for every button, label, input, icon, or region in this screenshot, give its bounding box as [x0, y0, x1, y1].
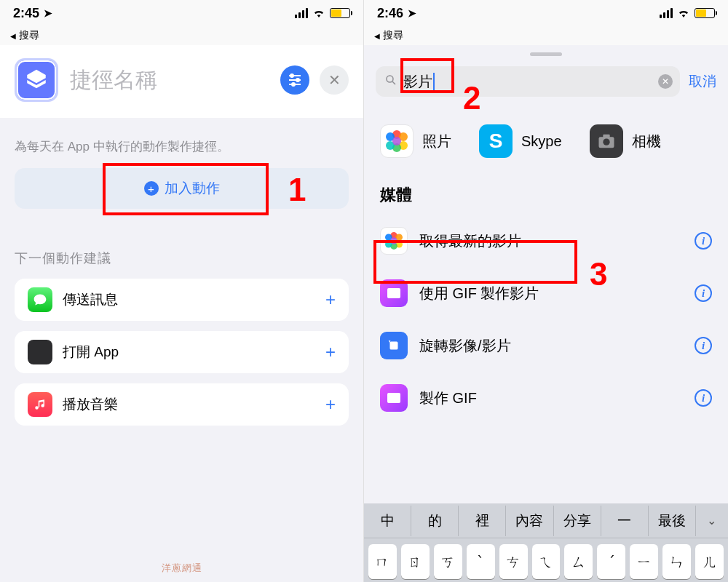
add-action-button[interactable]: + 加入動作	[15, 168, 349, 209]
key[interactable]: ㄘ	[499, 544, 528, 579]
section-title-media: 媒體	[364, 177, 728, 215]
status-time: 2:45	[13, 6, 39, 21]
status-bar: 2:45 ➤	[0, 0, 363, 26]
suggestion-label: 打開 App	[63, 343, 119, 362]
watermark: 洋蔥網通	[162, 562, 202, 575]
shortcut-name-input[interactable]: 捷徑名稱	[70, 65, 280, 95]
info-button[interactable]: i	[695, 337, 712, 354]
sliders-icon	[286, 71, 304, 89]
key[interactable]: ˋ	[467, 544, 495, 579]
signal-icon	[295, 8, 308, 18]
skype-icon: S	[479, 124, 513, 158]
add-icon[interactable]: +	[325, 342, 336, 362]
shortcut-app-icon[interactable]	[15, 58, 58, 102]
clear-search-button[interactable]: ✕	[658, 74, 673, 89]
svg-point-3	[290, 74, 293, 77]
text-cursor	[433, 73, 435, 90]
suggestion-send-message[interactable]: 傳送訊息 +	[15, 279, 349, 321]
key[interactable]: ㄧ	[630, 544, 658, 579]
settings-button[interactable]	[280, 65, 309, 95]
key[interactable]: ㄎ	[434, 544, 462, 579]
key[interactable]: ㄦ	[695, 544, 724, 579]
keyboard-row: ㄇ ㄖ ㄎ ˋ ㄘ ㄟ ㄙ ˊ ㄧ ㄣ ㄦ	[364, 538, 728, 582]
add-icon[interactable]: +	[325, 290, 336, 310]
search-input[interactable]: 影片 ✕	[376, 66, 680, 97]
search-value: 影片	[403, 72, 432, 92]
search-icon	[384, 73, 397, 90]
suggestions-title: 下一個動作建議	[15, 250, 349, 267]
photos-icon	[380, 227, 408, 255]
media-item-label: 取得最新的影片	[419, 231, 521, 251]
key[interactable]: ˊ	[597, 544, 625, 579]
media-item-make-gif[interactable]: 製作 GIF i	[364, 372, 728, 424]
apps-grid-icon	[28, 340, 52, 364]
editor-description: 為每天在 App 中執行的動作製作捷徑。	[15, 138, 349, 155]
kb-suggestion[interactable]: 分享	[554, 506, 601, 536]
suggestion-label: 播放音樂	[63, 395, 118, 414]
media-item-rotate[interactable]: 旋轉影像/影片 i	[364, 319, 728, 372]
gif-icon	[380, 384, 408, 412]
kb-suggestion[interactable]: 內容	[506, 506, 553, 536]
svg-point-9	[603, 139, 609, 146]
panel-shortcut-editor: 2:45 ➤ 搜尋 捷徑名稱 ✕ 為每天在 App 中執行的動作製作捷徑。 +	[0, 0, 364, 582]
svg-rect-11	[390, 342, 398, 350]
gif-icon	[380, 279, 408, 307]
svg-line-7	[392, 81, 395, 84]
suggestion-open-app[interactable]: 打開 App +	[15, 331, 349, 373]
rotate-icon	[380, 332, 408, 359]
music-icon	[28, 392, 52, 417]
wifi-icon	[677, 8, 690, 18]
media-item-gif-to-video[interactable]: 使用 GIF 製作影片 i	[364, 267, 728, 319]
kb-suggestion[interactable]: 一	[601, 506, 649, 536]
key[interactable]: ㄖ	[401, 544, 430, 579]
add-icon[interactable]: +	[325, 394, 336, 415]
chip-label: 照片	[422, 132, 451, 151]
app-shortcuts-row: 照片 S Skype 相機	[364, 97, 728, 177]
back-to-search[interactable]: 搜尋	[0, 26, 363, 45]
photos-icon	[380, 124, 414, 158]
battery-icon	[695, 8, 715, 18]
shortcut-header: 捷徑名稱 ✕	[0, 45, 363, 118]
camera-icon	[590, 124, 623, 158]
suggestion-play-music[interactable]: 播放音樂 +	[15, 383, 349, 426]
back-to-search[interactable]: 搜尋	[364, 26, 728, 45]
wifi-icon	[312, 8, 325, 18]
svg-point-4	[296, 79, 299, 81]
messages-icon	[28, 287, 52, 312]
location-icon: ➤	[44, 7, 52, 19]
kb-suggestion[interactable]: 的	[411, 506, 459, 536]
media-item-get-latest-video[interactable]: 取得最新的影片 i	[364, 215, 728, 267]
key[interactable]: ㄣ	[662, 544, 691, 579]
media-item-label: 使用 GIF 製作影片	[419, 284, 539, 303]
panel-action-search: 2:46 ➤ 搜尋 影片 ✕ 取消	[364, 0, 728, 582]
key[interactable]: ㄇ	[368, 544, 397, 579]
keyboard: 中 的 裡 內容 分享 一 最後 ⌄ ㄇ ㄖ ㄎ ˋ ㄘ ㄟ ㄙ ˊ ㄧ ㄣ ㄦ	[364, 503, 728, 582]
status-time: 2:46	[377, 6, 403, 21]
keyboard-suggestions: 中 的 裡 內容 分享 一 最後 ⌄	[364, 503, 728, 538]
chevron-down-icon[interactable]: ⌄	[696, 508, 728, 533]
kb-suggestion[interactable]: 裡	[459, 506, 506, 536]
kb-suggestion[interactable]: 最後	[649, 506, 696, 536]
app-chip-skype[interactable]: S Skype	[479, 124, 562, 158]
info-button[interactable]: i	[695, 232, 712, 250]
chip-label: Skype	[521, 133, 562, 150]
plus-icon: +	[144, 181, 159, 196]
add-action-label: 加入動作	[165, 179, 220, 198]
kb-suggestion[interactable]: 中	[364, 506, 411, 536]
app-chip-photos[interactable]: 照片	[380, 124, 451, 158]
svg-point-6	[387, 76, 393, 82]
suggestion-label: 傳送訊息	[63, 290, 118, 309]
key[interactable]: ㄙ	[564, 544, 593, 579]
info-button[interactable]: i	[695, 389, 712, 407]
cancel-button[interactable]: 取消	[689, 72, 716, 91]
battery-icon	[330, 8, 350, 18]
media-item-label: 製作 GIF	[419, 388, 477, 408]
key[interactable]: ㄟ	[532, 544, 561, 579]
info-button[interactable]: i	[695, 284, 712, 302]
status-bar: 2:46 ➤	[364, 0, 728, 26]
svg-point-5	[292, 83, 295, 86]
app-chip-camera[interactable]: 相機	[590, 124, 661, 158]
svg-rect-10	[603, 135, 609, 138]
sheet-grabber[interactable]	[530, 52, 562, 56]
close-button[interactable]: ✕	[320, 65, 349, 95]
